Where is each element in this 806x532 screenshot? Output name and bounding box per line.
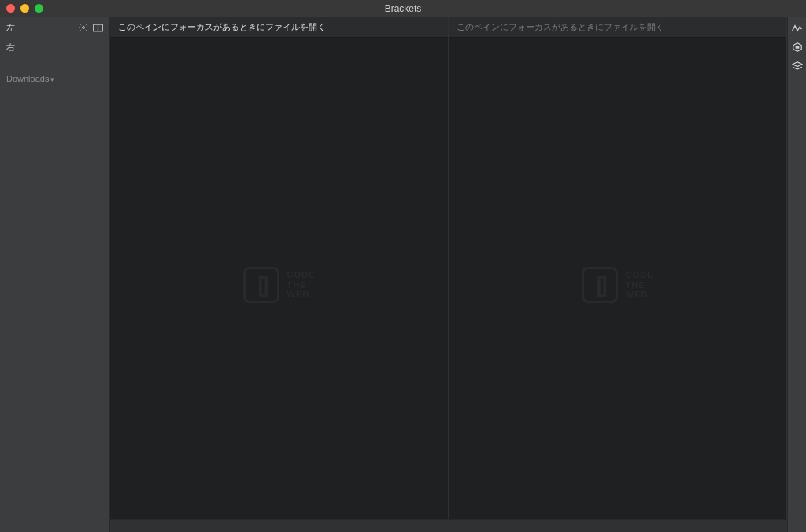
project-name: Downloads xyxy=(6,74,49,83)
window-title: Brackets xyxy=(385,3,422,14)
left-pane[interactable]: このペインにフォーカスがあるときにファイルを開く [ ] CODE THE WE… xyxy=(110,17,449,532)
brackets-tagline: CODE THE WEB xyxy=(287,270,316,300)
brackets-watermark: [ ] CODE THE WEB xyxy=(243,267,316,303)
brackets-logo-icon: [ ] xyxy=(582,267,618,303)
right-pane-hint: このペインにフォーカスがあるときにファイルを開く xyxy=(457,22,664,33)
project-dropdown[interactable]: Downloads▾ xyxy=(0,57,109,88)
svg-point-0 xyxy=(83,27,85,29)
svg-rect-3 xyxy=(795,46,799,49)
right-toolbar xyxy=(787,17,806,532)
minimize-window-button[interactable] xyxy=(20,4,29,13)
working-set-right-row[interactable]: 右 xyxy=(0,38,109,57)
right-pane-body[interactable]: [ ] CODE THE WEB xyxy=(449,38,786,532)
gear-icon[interactable] xyxy=(79,23,88,32)
working-set-left-label[interactable]: 左 xyxy=(6,22,15,34)
left-pane-header: このペインにフォーカスがあるときにファイルを開く xyxy=(110,17,448,38)
app-body: 左 右 Downloads▾ xyxy=(0,17,806,532)
chevron-down-icon: ▾ xyxy=(50,76,54,83)
editor-area: このペインにフォーカスがあるときにファイルを開く [ ] CODE THE WE… xyxy=(110,17,787,532)
live-preview-icon[interactable] xyxy=(791,22,804,35)
close-window-button[interactable] xyxy=(6,4,15,13)
zoom-window-button[interactable] xyxy=(35,4,43,13)
brackets-logo-icon: [ ] xyxy=(243,267,279,303)
titlebar: Brackets xyxy=(0,0,806,17)
right-pane[interactable]: このペインにフォーカスがあるときにファイルを開く [ ] CODE THE WE… xyxy=(449,17,787,532)
left-pane-hint: このペインにフォーカスがあるときにファイルを開く xyxy=(118,22,326,33)
split-view-icon[interactable] xyxy=(93,24,103,32)
layers-icon[interactable] xyxy=(791,60,804,72)
brackets-watermark: [ ] CODE THE WEB xyxy=(582,267,654,303)
status-bar xyxy=(110,519,787,532)
window-controls xyxy=(0,4,43,13)
left-pane-body[interactable]: [ ] CODE THE WEB xyxy=(110,38,448,532)
svg-marker-4 xyxy=(793,62,802,67)
brackets-tagline: CODE THE WEB xyxy=(626,270,654,300)
sidebar-header: 左 xyxy=(0,17,109,38)
working-set-right-label: 右 xyxy=(6,42,15,54)
sidebar: 左 右 Downloads▾ xyxy=(0,17,110,532)
right-pane-header: このペインにフォーカスがあるときにファイルを開く xyxy=(449,17,786,38)
extension-manager-icon[interactable] xyxy=(791,41,804,54)
